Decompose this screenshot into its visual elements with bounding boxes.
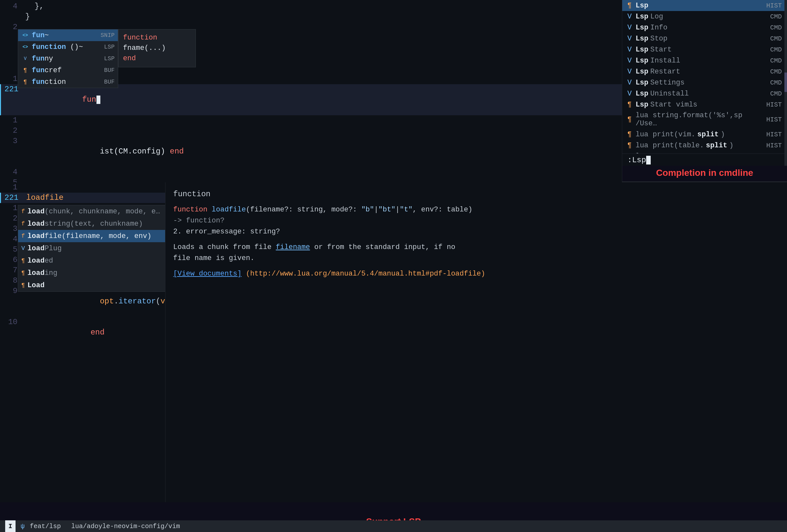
lsp-icon-6: V xyxy=(628,57,632,65)
code-line-b3: 3 ist(CM.config) end xyxy=(0,136,622,167)
code-line-b1: 1 xyxy=(0,115,622,126)
doc-link-line: [View documents] (http://www.lua.org/man… xyxy=(173,269,779,279)
lsp-doc-panel: function function loadfile(filename?: st… xyxy=(165,182,787,502)
lsp-icon-7: V xyxy=(628,68,632,76)
lsp-icon-8: V xyxy=(628,79,632,87)
lsp-icon-10: ¶ xyxy=(628,101,632,109)
doc-view-link[interactable]: [View documents] xyxy=(173,270,241,278)
autocomplete-dropdown: <> fun~ SNIP <> function ()~ LSP V funny… xyxy=(18,29,118,88)
lsp-func-icon-1: f xyxy=(21,208,25,215)
scrollbar-thumb[interactable] xyxy=(784,72,787,92)
code-line-221: 221 fun xyxy=(0,84,622,115)
cmdline-colon: :Lsp xyxy=(628,156,646,165)
bottom-wrapper: 1 221 loadfile 1 2 3 xyxy=(0,182,787,532)
bottom-code-line-1: 1 xyxy=(0,182,165,193)
lsp-buf-icon-2: ¶ xyxy=(21,270,25,276)
bottom-code-line-221: 221 loadfile xyxy=(0,193,165,203)
cmdline-item-lspstart-vimls[interactable]: ¶ LspStart vimls HIST xyxy=(622,99,787,110)
lsp-item-loading[interactable]: ¶ loading BUF xyxy=(18,267,165,279)
cmdline-item-lua-print-split[interactable]: ¶ lua print(vim.split) HIST xyxy=(622,129,787,140)
lsp-item-Load[interactable]: ¶ Load BUF xyxy=(18,279,165,292)
lsp-icon-1: ¶ xyxy=(628,2,632,10)
cmdline-item-lspuninstall[interactable]: V LspUninstall CMD xyxy=(622,88,787,99)
lsp-icon-5: V xyxy=(628,46,632,54)
lsp-func-icon-2: f xyxy=(21,220,25,227)
lsp-icon-13: ¶ xyxy=(628,142,632,150)
lsp-var-icon-1: V xyxy=(21,245,25,252)
lsp-icon-11: ¶ xyxy=(628,115,632,124)
cmdline-panel: ¶ Lsp HIST V LspLog CMD V LspInfo xyxy=(622,0,787,181)
autocomplete-item-function-buf[interactable]: ¶ function BUF xyxy=(18,76,118,88)
cmdline-scrollbar[interactable] xyxy=(784,0,787,181)
lsp-item-loaded[interactable]: ¶ loaded BUF xyxy=(18,255,165,267)
status-branch: feat/lsp xyxy=(30,523,61,530)
lsp-icon-9: V xyxy=(628,90,632,98)
cmdline-cursor xyxy=(646,156,651,165)
cmdline-item-lua-table-split[interactable]: ¶ lua print(table.split) HIST xyxy=(622,140,787,151)
autocomplete-item-funny[interactable]: V funny LSP xyxy=(18,53,118,64)
status-mode: I xyxy=(5,520,16,532)
status-filepath: lua/adoyle-neovim-config/vim xyxy=(71,523,180,530)
var-icon-1: V xyxy=(21,55,29,63)
autocomplete-item-function-lsp[interactable]: <> function ()~ LSP xyxy=(18,41,118,53)
doc-type-header: function xyxy=(173,189,779,200)
snippet-icon-1: <> xyxy=(21,31,29,39)
lsp-icon-3: V xyxy=(628,24,632,32)
cmdline-item-lua-format[interactable]: ¶ lua string.format('%s',sp /Use… HIST xyxy=(622,110,787,129)
doc-link-url: (http://www.lua.org/manual/5.4/manual.ht… xyxy=(246,270,485,278)
snippet-icon-2: <> xyxy=(21,43,29,51)
cmdline-input-bar: :Lsp xyxy=(622,153,787,166)
lsp-item-load[interactable]: f load(chunk, chunkname, mode, e… LSP xyxy=(18,205,165,218)
snippet-preview: function fname(...) end xyxy=(118,29,196,67)
lsp-icon-12: ¶ xyxy=(628,130,632,139)
lsp-dropdown: f load(chunk, chunkname, mode, e… LSP f … xyxy=(18,205,165,292)
autocomplete-item-funcref[interactable]: ¶ funcref BUF xyxy=(18,64,118,76)
doc-description: Loads a chunk from file filename or from… xyxy=(173,242,779,264)
cmdline-item-lspstop[interactable]: V LspStop CMD xyxy=(622,33,787,44)
status-bar: I ψ feat/lsp lua/adoyle-neovim-config/vi… xyxy=(0,520,787,532)
lsp-item-loadfile[interactable]: f loadfile(filename, mode, env) LSP xyxy=(18,230,165,242)
snippet-line-2: end xyxy=(123,54,191,64)
cmdline-item-lspinstall[interactable]: V LspInstall CMD xyxy=(622,55,787,66)
snippet-line-1: function fname(...) xyxy=(123,33,191,54)
lsp-func-icon-3: f xyxy=(21,233,25,239)
lsp-buf-icon-3: ¶ xyxy=(21,282,25,289)
cmdline-item-lsplog[interactable]: V LspLog CMD xyxy=(622,11,787,22)
func-icon-2: ¶ xyxy=(21,78,29,86)
autocomplete-item-fun-snip[interactable]: <> fun~ SNIP xyxy=(18,29,118,41)
cmdline-item-lspinfo[interactable]: V LspInfo CMD xyxy=(622,22,787,33)
lsp-icon-2: V xyxy=(628,13,632,21)
code-editor-bottom: 1 221 loadfile 1 2 3 xyxy=(0,182,165,502)
code-line-b2: 2 xyxy=(0,126,622,136)
cmdline-item-lspstart[interactable]: V LspStart CMD xyxy=(622,44,787,55)
top-section: 4 }, } 2 M.plugOpts = plugOpts 1 xyxy=(0,0,787,181)
cmdline-item-lsprestart[interactable]: V LspRestart CMD xyxy=(622,66,787,77)
cmdline-item-lspsettings[interactable]: V LspSettings CMD xyxy=(622,77,787,88)
cmdline-item-lsp[interactable]: ¶ Lsp HIST xyxy=(622,0,787,11)
doc-signature: function loadfile(filename?: string, mod… xyxy=(173,204,779,237)
code-line-2: } xyxy=(0,12,622,22)
cmdline-completion-label-area: Completion in cmdline xyxy=(622,166,787,181)
status-psi-icon: ψ xyxy=(21,523,25,530)
bottom-code-line-b10: 10 end xyxy=(0,317,165,348)
top-left-wrapper: 4 }, } 2 M.plugOpts = plugOpts 1 xyxy=(0,0,622,181)
code-line-b4: 4 xyxy=(0,167,622,177)
cmdline-completion-label: Completion in cmdline xyxy=(656,168,753,178)
func-icon-1: ¶ xyxy=(21,66,29,74)
lsp-icon-4: V xyxy=(628,35,632,43)
main-container: 4 }, } 2 M.plugOpts = plugOpts 1 xyxy=(0,0,787,532)
lsp-buf-icon-1: ¶ xyxy=(21,257,25,264)
code-line-1: 4 }, xyxy=(0,1,622,12)
lsp-item-loadplug[interactable]: V loadPlug LSP xyxy=(18,242,165,255)
bottom-content: 1 221 loadfile 1 2 3 xyxy=(0,182,787,502)
lsp-item-loadstring[interactable]: f loadstring(text, chunkname) LSP xyxy=(18,218,165,230)
